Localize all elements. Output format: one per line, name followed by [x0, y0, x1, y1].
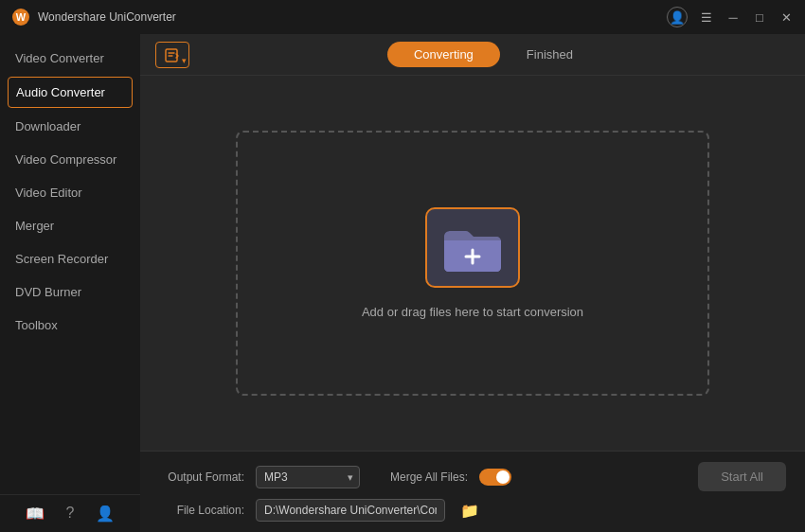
close-button[interactable]: ✕ — [778, 9, 794, 25]
toggle-knob — [496, 470, 510, 484]
app-logo: W — [11, 8, 30, 27]
sidebar-item-video-compressor[interactable]: Video Compressor — [0, 143, 140, 176]
output-format-row: Output Format: MP3 AAC WAV FLAC OGG M4A … — [159, 462, 786, 491]
user-avatar[interactable]: 👤 — [667, 7, 688, 27]
output-format-select[interactable]: MP3 AAC WAV FLAC OGG M4A — [256, 466, 360, 488]
minimize-button[interactable]: ─ — [725, 9, 741, 25]
start-all-button[interactable]: Start All — [698, 462, 786, 491]
tab-converting[interactable]: Converting — [387, 42, 500, 67]
file-location-input[interactable] — [256, 499, 445, 522]
sidebar: Video Converter Audio Converter Download… — [0, 34, 140, 532]
merge-toggle[interactable] — [479, 469, 511, 486]
format-picker-button[interactable]: ▾ — [155, 42, 189, 68]
file-location-label: File Location: — [159, 504, 244, 517]
sidebar-nav: Video Converter Audio Converter Download… — [0, 34, 140, 494]
drop-zone-text: Add or drag files here to start conversi… — [362, 305, 583, 319]
book-icon[interactable]: 📖 — [26, 505, 45, 523]
sidebar-item-video-converter[interactable]: Video Converter — [0, 42, 140, 75]
merge-all-files-label: Merge All Files: — [390, 470, 468, 484]
sidebar-item-merger[interactable]: Merger — [0, 209, 140, 242]
tab-finished[interactable]: Finished — [500, 42, 599, 67]
maximize-button[interactable]: □ — [752, 9, 767, 25]
output-format-select-wrapper: MP3 AAC WAV FLAC OGG M4A — [256, 466, 360, 488]
profile-icon[interactable]: 👤 — [96, 505, 115, 523]
title-bar-controls: 👤 ☰ ─ □ ✕ — [667, 7, 794, 27]
file-location-browse-button[interactable]: 📁 — [456, 500, 483, 522]
title-bar: W Wondershare UniConverter 👤 ☰ ─ □ ✕ — [0, 0, 805, 34]
tab-group: Converting Finished — [387, 42, 599, 67]
sidebar-item-video-editor[interactable]: Video Editor — [0, 176, 140, 209]
sidebar-item-downloader[interactable]: Downloader — [0, 110, 140, 143]
sidebar-item-audio-converter[interactable]: Audio Converter — [8, 77, 133, 108]
folder-icon — [439, 220, 506, 276]
file-location-row: File Location: 📁 — [159, 499, 786, 522]
help-icon[interactable]: ? — [66, 505, 75, 523]
drop-zone[interactable]: Add or drag files here to start conversi… — [236, 131, 709, 396]
sidebar-item-toolbox[interactable]: Toolbox — [0, 309, 140, 342]
tab-bar: ▾ Converting Finished — [140, 34, 805, 76]
drop-zone-wrapper: Add or drag files here to start conversi… — [140, 76, 805, 451]
folder-icon-wrapper — [425, 207, 520, 288]
content-area: ▾ Converting Finished — [140, 34, 805, 532]
format-picker-chevron: ▾ — [182, 56, 187, 65]
svg-text:W: W — [16, 11, 27, 23]
sidebar-item-screen-recorder[interactable]: Screen Recorder — [0, 242, 140, 275]
title-bar-left: W Wondershare UniConverter — [11, 8, 176, 27]
sidebar-item-dvd-burner[interactable]: DVD Burner — [0, 275, 140, 309]
sidebar-bottom: 📖 ? 👤 — [0, 494, 140, 532]
menu-button[interactable]: ☰ — [699, 9, 714, 25]
footer-bar: Output Format: MP3 AAC WAV FLAC OGG M4A … — [140, 451, 805, 532]
main-layout: Video Converter Audio Converter Download… — [0, 34, 805, 532]
output-format-label: Output Format: — [159, 470, 244, 484]
app-title: Wondershare UniConverter — [38, 10, 176, 24]
